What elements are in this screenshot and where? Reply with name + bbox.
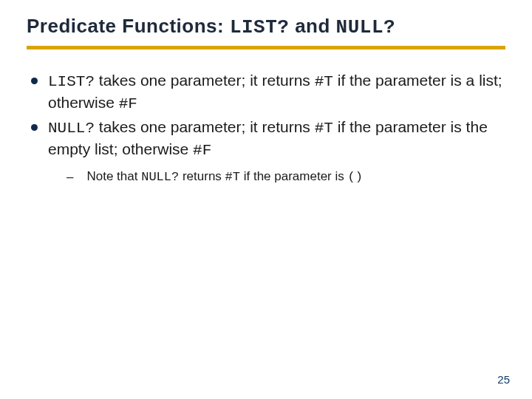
text-span: returns	[179, 169, 225, 183]
bullet-text: LIST? takes one parameter; it returns #T…	[48, 70, 505, 115]
text-span: Note that	[86, 169, 141, 183]
bullet-dot-icon	[31, 124, 38, 131]
slide-title: Predicate Functions: LIST? and NULL?	[27, 15, 505, 46]
dash-icon: –	[66, 169, 73, 186]
text-span: if the parameter is	[240, 169, 348, 183]
list-item: LIST? takes one parameter; it returns #T…	[31, 70, 505, 115]
list-item: NULL? takes one parameter; it returns #T…	[31, 117, 505, 162]
text-span: takes one parameter; it returns	[95, 118, 315, 135]
sub-list-item: – Note that NULL? returns #T if the para…	[66, 168, 505, 186]
code-span: ()	[347, 170, 362, 184]
code-span: LIST?	[48, 73, 95, 90]
title-code-1: LIST?	[230, 16, 290, 38]
title-underline	[27, 46, 505, 50]
code-span: #T	[315, 120, 333, 137]
title-code-2: NULL?	[336, 16, 396, 38]
title-prefix: Predicate Functions:	[27, 15, 230, 37]
bullet-list: LIST? takes one parameter; it returns #T…	[27, 70, 505, 186]
text-span: takes one parameter; it returns	[95, 72, 315, 89]
bullet-text: NULL? takes one parameter; it returns #T…	[48, 117, 505, 162]
code-span: #F	[193, 142, 211, 159]
page-number: 25	[497, 373, 510, 386]
code-span: #F	[119, 95, 137, 112]
code-span: NULL?	[48, 120, 95, 137]
code-span: NULL?	[141, 170, 179, 184]
code-span: #T	[315, 73, 333, 90]
title-mid: and	[289, 15, 335, 37]
sub-text: Note that NULL? returns #T if the parame…	[86, 168, 505, 186]
code-span: #T	[225, 170, 240, 184]
bullet-dot-icon	[31, 78, 38, 84]
